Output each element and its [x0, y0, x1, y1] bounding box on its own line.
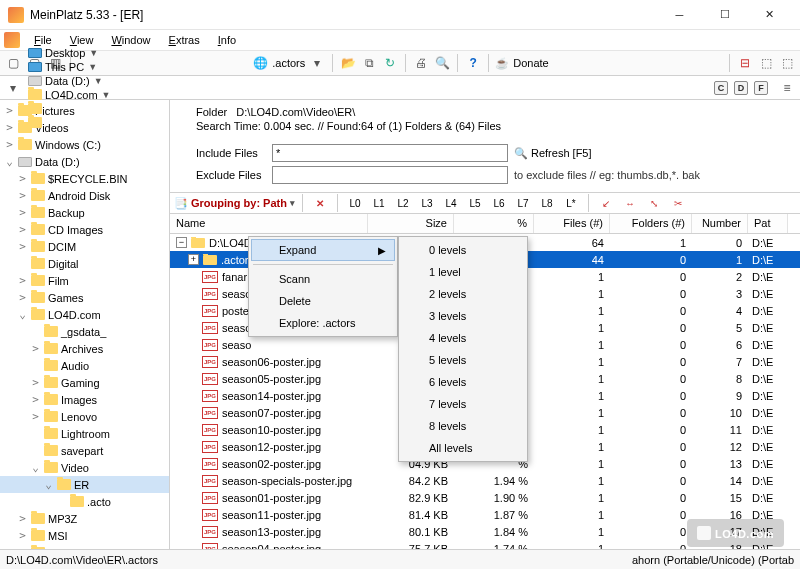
level5-icon[interactable]: L5 [465, 194, 485, 212]
level7-icon[interactable]: L7 [513, 194, 533, 212]
expand-icon[interactable]: > [4, 121, 15, 134]
copy-icon[interactable]: ⧉ [360, 54, 378, 72]
col-number[interactable]: Number [692, 214, 748, 233]
level4-icon[interactable]: L4 [441, 194, 461, 212]
cut-icon[interactable]: ✂ [668, 194, 688, 212]
remove-window-icon[interactable]: ⊟ [736, 54, 754, 72]
expand-icon[interactable]: > [17, 223, 28, 236]
minimize-button[interactable]: ─ [657, 1, 702, 29]
expand-icon[interactable]: > [30, 342, 41, 355]
expand-icon[interactable]: + [188, 254, 199, 265]
col-folders[interactable]: Folders (#) [610, 214, 692, 233]
tree-item[interactable]: >CD Images [0, 221, 169, 238]
expand-icon[interactable]: > [17, 274, 28, 287]
collapse-icon[interactable]: ⌄ [17, 308, 28, 321]
globe-icon[interactable]: 🌐 [251, 54, 269, 72]
expand-icon[interactable]: > [30, 376, 41, 389]
collapse-icon[interactable]: ⌄ [43, 478, 54, 491]
expand-icon[interactable]: > [17, 172, 28, 185]
tree-item[interactable]: >MP3Z [0, 510, 169, 527]
level0-icon[interactable]: L0 [345, 194, 365, 212]
address-dropdown-icon[interactable]: ▾ [308, 54, 326, 72]
new-window-icon[interactable]: ▢ [4, 54, 22, 72]
table-row[interactable]: season01-poster.jpg82.9 KB1.90 %1015D:\E [170, 489, 800, 506]
chevron-down-icon[interactable]: ▼ [102, 90, 111, 100]
ctx-sub-4-levels[interactable]: 4 levels [401, 327, 525, 349]
tree-item[interactable]: >Pictures [0, 102, 169, 119]
expand-icon[interactable]: > [4, 104, 15, 117]
col-percent[interactable]: % [454, 214, 534, 233]
tile-h-icon[interactable]: ⬚ [757, 54, 775, 72]
tree-item[interactable]: >MSI [0, 527, 169, 544]
close-button[interactable]: ✕ [747, 1, 792, 29]
ctx-expand[interactable]: Expand▶ [251, 239, 395, 261]
ctx-delete[interactable]: Delete [251, 290, 395, 312]
tree-item[interactable]: >Archives [0, 340, 169, 357]
ctx-sub-2-levels[interactable]: 2 levels [401, 283, 525, 305]
level2-icon[interactable]: L2 [393, 194, 413, 212]
expand-icon[interactable]: > [17, 529, 28, 542]
tree-item[interactable]: >$RECYCLE.BIN [0, 170, 169, 187]
expand-icon[interactable]: > [17, 512, 28, 525]
col-name[interactable]: Name [170, 214, 368, 233]
level3-icon[interactable]: L3 [417, 194, 437, 212]
print-icon[interactable]: 🖨 [412, 54, 430, 72]
collapse-icon[interactable]: − [176, 237, 187, 248]
tree-item[interactable]: ⌄Video [0, 459, 169, 476]
collapse-icon[interactable]: ↙ [596, 194, 616, 212]
chevron-down-icon[interactable]: ▼ [94, 76, 103, 86]
grouping-button[interactable]: 📑Grouping by: Path▾ [174, 197, 295, 210]
col-files[interactable]: Files (#) [534, 214, 610, 233]
tree-item[interactable]: ⌄Data (D:) [0, 153, 169, 170]
tree-item[interactable]: >Program Files [0, 544, 169, 549]
ctx-sub-all-levels[interactable]: All levels [401, 437, 525, 459]
crumb-desktop[interactable]: Desktop▼ [24, 46, 115, 60]
table-row[interactable]: season13-poster.jpg80.1 KB1.84 %1017D:\E [170, 523, 800, 540]
tree-item[interactable]: Lightroom [0, 425, 169, 442]
expand-icon[interactable]: > [17, 206, 28, 219]
chevron-down-icon[interactable]: ▼ [88, 62, 97, 72]
tree-item[interactable]: >Windows (C:) [0, 136, 169, 153]
menu-info[interactable]: Info [210, 32, 244, 48]
tree-item[interactable]: >Film [0, 272, 169, 289]
expand-icon[interactable]: > [17, 291, 28, 304]
breadcrumb-back-icon[interactable]: ▾ [4, 79, 22, 97]
tree-item[interactable]: >Images [0, 391, 169, 408]
context-submenu[interactable]: 0 levels1 level2 levels3 levels4 levels5… [398, 236, 528, 462]
ctx-scann[interactable]: Scann [251, 268, 395, 290]
level-all-icon[interactable]: L* [561, 194, 581, 212]
include-input[interactable] [272, 144, 508, 162]
refresh-button[interactable]: 🔍Refresh [F5] [514, 147, 592, 160]
drive-c-button[interactable]: C [714, 81, 728, 95]
folder-tree[interactable]: >Pictures>Videos>Windows (C:)⌄Data (D:)>… [0, 100, 170, 549]
expand-icon[interactable]: > [30, 393, 41, 406]
maximize-button[interactable]: ☐ [702, 1, 747, 29]
collapse-icon[interactable]: ⌄ [30, 461, 41, 474]
col-size[interactable]: Size [368, 214, 454, 233]
expand-icon[interactable]: > [30, 410, 41, 423]
preview-icon[interactable]: 🔍 [433, 54, 451, 72]
tree-item[interactable]: ⌄ER [0, 476, 169, 493]
table-row[interactable]: season04-poster.jpg75.7 KB1.74 %1018D:\E [170, 540, 800, 549]
exclude-input[interactable] [272, 166, 508, 184]
tree-item[interactable]: >DCIM [0, 238, 169, 255]
col-path[interactable]: Pat [748, 214, 788, 233]
table-row[interactable]: season11-poster.jpg81.4 KB1.87 %1016D:\E [170, 506, 800, 523]
crumb-this-pc[interactable]: This PC▼ [24, 60, 115, 74]
expand-icon[interactable]: > [17, 189, 28, 202]
ctx-sub-3-levels[interactable]: 3 levels [401, 305, 525, 327]
tree-item[interactable]: >Lenovo [0, 408, 169, 425]
expand-icon[interactable]: ↔ [620, 194, 640, 212]
tree-item[interactable]: >Gaming [0, 374, 169, 391]
drive-f-button[interactable]: F [754, 81, 768, 95]
menu-extras[interactable]: Extras [161, 32, 208, 48]
ctx-sub-0-levels[interactable]: 0 levels [401, 239, 525, 261]
ctx-sub-8-levels[interactable]: 8 levels [401, 415, 525, 437]
level8-icon[interactable]: L8 [537, 194, 557, 212]
ctx-sub-5-levels[interactable]: 5 levels [401, 349, 525, 371]
tree-item[interactable]: savepart [0, 442, 169, 459]
level6-icon[interactable]: L6 [489, 194, 509, 212]
crumb-data-d-[interactable]: Data (D:)▼ [24, 74, 115, 88]
table-row[interactable]: season-specials-poster.jpg84.2 KB1.94 %1… [170, 472, 800, 489]
folder-open-icon[interactable]: 📂 [339, 54, 357, 72]
